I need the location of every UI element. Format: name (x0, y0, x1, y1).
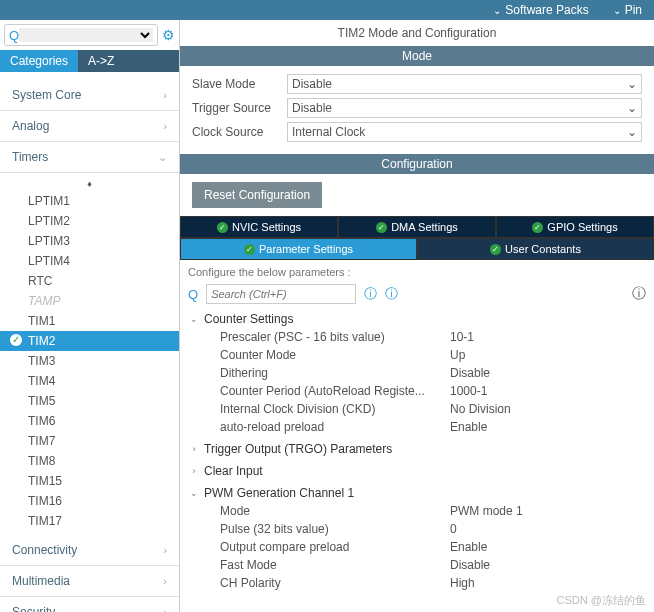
topbar-pinout[interactable]: ⌄ Pin (601, 0, 654, 20)
sidebar-item-tim5[interactable]: TIM5 (0, 391, 179, 411)
slave-mode-select[interactable]: Disable ⌄ (287, 74, 642, 94)
group-pwm-channel-1[interactable]: ⌄PWM Generation Channel 1 (188, 484, 646, 502)
tab-nvic-settings[interactable]: ✓NVIC Settings (180, 216, 338, 238)
param-row[interactable]: Fast ModeDisable (188, 556, 646, 574)
tab-label: Parameter Settings (259, 243, 353, 255)
tab-gpio-settings[interactable]: ✓GPIO Settings (496, 216, 654, 238)
param-row[interactable]: DitheringDisable (188, 364, 646, 382)
cat-connectivity[interactable]: Connectivity › (0, 535, 179, 566)
tab-label: GPIO Settings (547, 221, 617, 233)
gear-icon[interactable]: ⚙ (162, 27, 175, 43)
group-trigger-output[interactable]: ›Trigger Output (TRGO) Parameters (188, 440, 646, 458)
reset-configuration-button[interactable]: Reset Configuration (192, 182, 322, 208)
trigger-source-label: Trigger Source (192, 101, 287, 115)
topbar-label: Software Packs (505, 3, 588, 17)
cat-timers[interactable]: Timers ⌄ (0, 142, 179, 173)
search-select[interactable] (19, 28, 153, 42)
cat-security[interactable]: Security › (0, 597, 179, 612)
param-row[interactable]: Output compare preloadEnable (188, 538, 646, 556)
tab-label: NVIC Settings (232, 221, 301, 233)
param-row[interactable]: auto-reload preloadEnable (188, 418, 646, 436)
params-search[interactable] (206, 284, 356, 304)
params-search-input[interactable] (211, 288, 351, 300)
param-value: Disable (450, 366, 490, 380)
cat-multimedia[interactable]: Multimedia › (0, 566, 179, 597)
tab-label: DMA Settings (391, 221, 458, 233)
chevron-right-icon: › (163, 544, 167, 556)
sidebar-item-tim4[interactable]: TIM4 (0, 371, 179, 391)
cat-system-core[interactable]: System Core › (0, 80, 179, 111)
sidebar-item-tim2[interactable]: TIM2 (0, 331, 179, 351)
chevron-down-icon: ⌄ (158, 151, 167, 164)
sidebar-item-tim3[interactable]: TIM3 (0, 351, 179, 371)
param-key: Dithering (220, 366, 450, 380)
expand-icon: ⌄ (188, 314, 200, 324)
cat-analog[interactable]: Analog › (0, 111, 179, 142)
tab-dma-settings[interactable]: ✓DMA Settings (338, 216, 496, 238)
param-row[interactable]: Internal Clock Division (CKD)No Division (188, 400, 646, 418)
sidebar-item-lptim3[interactable]: LPTIM3 (0, 231, 179, 251)
sidebar-item-tim8[interactable]: TIM8 (0, 451, 179, 471)
group-label: Clear Input (204, 464, 263, 478)
param-row[interactable]: CH PolarityHigh (188, 574, 646, 592)
tab-parameter-settings[interactable]: ✓Parameter Settings (180, 238, 417, 260)
param-key: Prescaler (PSC - 16 bits value) (220, 330, 450, 344)
param-value: Enable (450, 420, 487, 434)
sidebar-item-tim17[interactable]: TIM17 (0, 511, 179, 531)
param-key: Counter Mode (220, 348, 450, 362)
sidebar-item-tim1[interactable]: TIM1 (0, 311, 179, 331)
info-icon[interactable]: ⓘ (632, 285, 646, 303)
param-value: PWM mode 1 (450, 504, 523, 518)
sidebar-search[interactable]: Q (4, 24, 158, 46)
topbar-software-packs[interactable]: ⌄ Software Packs (481, 0, 600, 20)
group-clear-input[interactable]: ›Clear Input (188, 462, 646, 480)
sidebar-item-tim16[interactable]: TIM16 (0, 491, 179, 511)
next-icon[interactable]: ⓘ (385, 285, 398, 303)
chevron-down-icon: ⌄ (627, 101, 637, 115)
search-icon[interactable]: Q (188, 287, 198, 302)
check-icon: ✓ (244, 244, 255, 255)
chevron-right-icon: › (163, 575, 167, 587)
sidebar-item-tim15[interactable]: TIM15 (0, 471, 179, 491)
tab-label: User Constants (505, 243, 581, 255)
content-panel: TIM2 Mode and Configuration Mode Slave M… (180, 20, 654, 612)
sidebar-item-tim6[interactable]: TIM6 (0, 411, 179, 431)
cat-label: Timers (12, 150, 48, 164)
param-value: 10-1 (450, 330, 474, 344)
param-value: Up (450, 348, 465, 362)
param-key: Counter Period (AutoReload Registe... (220, 384, 450, 398)
tab-az[interactable]: A->Z (78, 50, 124, 72)
param-row[interactable]: Counter Period (AutoReload Registe...100… (188, 382, 646, 400)
expand-icon: › (188, 444, 200, 454)
param-key: Mode (220, 504, 450, 518)
param-value: 0 (450, 522, 457, 536)
cat-label: Connectivity (12, 543, 77, 557)
tab-categories[interactable]: Categories (0, 50, 78, 72)
param-value: No Division (450, 402, 511, 416)
config-tabs: ✓NVIC Settings ✓DMA Settings ✓GPIO Setti… (180, 216, 654, 260)
tab-user-constants[interactable]: ✓User Constants (417, 238, 654, 260)
param-row[interactable]: Prescaler (PSC - 16 bits value)10-1 (188, 328, 646, 346)
prev-icon[interactable]: ⓘ (364, 285, 377, 303)
chevron-down-icon: ⌄ (627, 77, 637, 91)
sidebar-item-lptim1[interactable]: LPTIM1 (0, 191, 179, 211)
sidebar-item-lptim4[interactable]: LPTIM4 (0, 251, 179, 271)
cat-label: Analog (12, 119, 49, 133)
check-icon: ✓ (376, 222, 387, 233)
group-counter-settings[interactable]: ⌄Counter Settings (188, 310, 646, 328)
search-icon: Q (9, 28, 19, 43)
cat-label: System Core (12, 88, 81, 102)
chevron-right-icon: › (163, 89, 167, 101)
trigger-source-select[interactable]: Disable ⌄ (287, 98, 642, 118)
param-key: Pulse (32 bits value) (220, 522, 450, 536)
sidebar-item-tim7[interactable]: TIM7 (0, 431, 179, 451)
param-row[interactable]: Pulse (32 bits value)0 (188, 520, 646, 538)
sidebar-item-lptim2[interactable]: LPTIM2 (0, 211, 179, 231)
sort-icon[interactable]: ♦ (0, 177, 179, 191)
timers-list: ♦ LPTIM1 LPTIM2 LPTIM3 LPTIM4 RTC TAMP T… (0, 173, 179, 535)
clock-source-select[interactable]: Internal Clock ⌄ (287, 122, 642, 142)
param-row[interactable]: Counter ModeUp (188, 346, 646, 364)
sidebar-item-tamp[interactable]: TAMP (0, 291, 179, 311)
sidebar-item-rtc[interactable]: RTC (0, 271, 179, 291)
param-row[interactable]: ModePWM mode 1 (188, 502, 646, 520)
